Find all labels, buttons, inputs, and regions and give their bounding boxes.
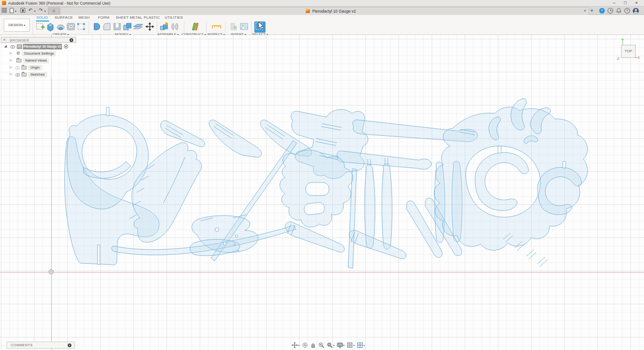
window-title: Autodesk Fusion 360 (Personal - Not for … [8,1,111,6]
maximize-button[interactable]: □ [622,0,629,6]
browser-item-label[interactable]: Sketches [28,72,47,77]
browser-row-origin[interactable]: ▷ Origin [0,65,80,71]
construct-plane-icon[interactable] [189,21,200,32]
extensions-icon[interactable]: * [599,8,605,14]
expand-icon[interactable]: ▷ [10,72,12,76]
viewports-caret-icon: ▾ [364,344,365,347]
extrude-icon[interactable] [45,21,56,32]
browser-row-named-views[interactable]: ▷ Named Views [0,58,80,64]
tab-surface[interactable]: SURFACE [55,15,73,20]
job-status-icon[interactable] [608,8,613,14]
close-window-button[interactable]: × [633,0,640,6]
file-menu-icon[interactable] [10,8,14,13]
expand-icon[interactable]: ▷ [10,58,12,62]
close-document-icon[interactable]: × [584,8,586,13]
grid-caret-icon: ▾ [353,344,355,347]
viewcube-top-face[interactable]: TOP [621,45,636,58]
save-icon[interactable] [21,8,25,13]
orbit-tool-button[interactable]: ▾ [291,342,300,348]
toolbar-separator [251,21,252,34]
tab-solid[interactable]: SOLID [36,15,48,20]
canvas-viewport[interactable]: « BROWSER ◢ Pterodactyl 10 Gauge v2 ▷ ⚙ … [0,35,644,350]
browser-root-row[interactable]: ◢ Pterodactyl 10 Gauge v2 [0,44,80,50]
profile-avatar[interactable] [633,8,639,14]
undo-caret-icon[interactable]: ▾ [34,9,35,13]
notifications-bell-icon[interactable] [616,8,622,14]
browser-item-label[interactable]: Named Views [23,58,49,63]
tab-plastic[interactable]: PLASTIC [144,15,160,20]
visibility-eye-icon[interactable] [10,45,15,49]
tab-form[interactable]: FORM [98,15,109,20]
help-icon[interactable]: ? [624,8,630,14]
browser-item-label[interactable]: Origin [28,65,42,70]
document-tab-label: Pterodactyl 10 Gauge v2 [312,9,356,14]
fit-caret-icon: ▾ [333,344,335,347]
application-bar: ▾ ↶ ▾ ↷ ▾ ⌂ Pterodactyl 10 Gauge v2 × + … [0,7,644,15]
viewcube-z-axis-label: Z [617,56,619,61]
browser-header[interactable]: « BROWSER [1,37,76,43]
browser-item-label[interactable]: Document Settings [22,51,56,56]
gear-icon: ⚙ [16,51,20,56]
redo-icon[interactable]: ↷ [39,7,42,13]
document-tab[interactable]: Pterodactyl 10 Gauge v2 × [60,7,589,15]
new-document-button[interactable]: + [590,7,593,13]
browser-display-toggle-icon[interactable] [70,38,73,42]
expand-root-icon[interactable]: ◢ [4,44,7,48]
ribbon-toolbar: DESIGN ▾ SOLID SURFACE MESH FORM SHEET M… [0,15,644,35]
fit-view-button[interactable]: ▾ [326,342,335,348]
viewcube[interactable]: TOP X Z [615,39,642,63]
browser-row-sketches[interactable]: ▷ Sketches [0,72,80,78]
insert-derive-icon[interactable] [228,21,238,32]
look-at-button[interactable] [301,342,308,348]
tab-utilities[interactable]: UTILITIES [165,15,183,20]
visibility-eye-icon[interactable] [15,66,20,70]
offset-plane-icon[interactable] [133,21,143,32]
workspace-caret-icon: ▾ [24,24,25,27]
hole-icon[interactable] [66,21,76,32]
app-launcher-icon[interactable] [2,8,7,13]
minimize-button[interactable]: – [610,0,618,6]
shell-icon[interactable] [112,21,122,32]
comments-bar[interactable]: COMMENTS [7,342,75,349]
redo-caret-icon[interactable]: ▾ [44,9,46,13]
orbit-caret-icon: ▾ [298,344,300,347]
viewcube-x-axis-label: X [637,56,640,60]
expand-icon[interactable]: ▷ [10,65,12,69]
workspace-selector[interactable]: DESIGN ▾ [4,19,30,32]
zoom-button[interactable] [318,342,325,348]
new-component-icon[interactable] [159,21,169,32]
file-menu-caret-icon[interactable]: ▾ [15,9,16,13]
comments-label: COMMENTS [11,343,33,347]
insert-canvas-icon[interactable] [239,21,249,32]
origin-marker[interactable] [49,269,54,274]
press-pull-icon[interactable] [91,21,102,32]
browser-row-document-settings[interactable]: ▷ ⚙ Document Settings [0,51,80,57]
tab-sheet-metal[interactable]: SHEET METAL [116,15,142,20]
measure-icon[interactable] [211,21,221,32]
visibility-eye-icon[interactable] [15,73,20,77]
component-cube-icon [17,44,22,49]
collapse-browser-icon[interactable]: « [3,37,6,42]
comments-toggle-icon[interactable] [68,343,71,347]
expand-icon[interactable]: ▷ [10,51,12,55]
folder-icon [21,73,27,77]
fillet-icon[interactable] [102,21,112,32]
grid-snap-button[interactable]: ▾ [346,342,355,348]
pattern-icon[interactable] [76,21,86,32]
activate-component-radio[interactable] [64,44,68,49]
browser-panel: « BROWSER ◢ Pterodactyl 10 Gauge v2 ▷ ⚙ … [0,37,80,78]
navigation-bar: ▾ ▾ ▾ ▾ ▾ [291,342,365,348]
viewports-button[interactable]: ▾ [357,342,365,348]
undo-icon[interactable]: ↶ [28,7,32,13]
combine-icon[interactable] [122,21,133,32]
display-settings-button[interactable]: ▾ [336,342,345,348]
revolve-icon[interactable] [56,21,66,32]
joint-icon[interactable] [170,21,180,32]
move-copy-icon[interactable] [145,21,155,32]
root-component-label[interactable]: Pterodactyl 10 Gauge v2 [23,44,62,49]
pan-hand-button[interactable] [310,342,316,348]
tab-mesh[interactable]: MESH [78,15,90,20]
home-tab[interactable]: ⌂ [48,7,60,14]
create-sketch-icon[interactable] [35,21,45,32]
sketch-geometry[interactable] [0,35,644,350]
